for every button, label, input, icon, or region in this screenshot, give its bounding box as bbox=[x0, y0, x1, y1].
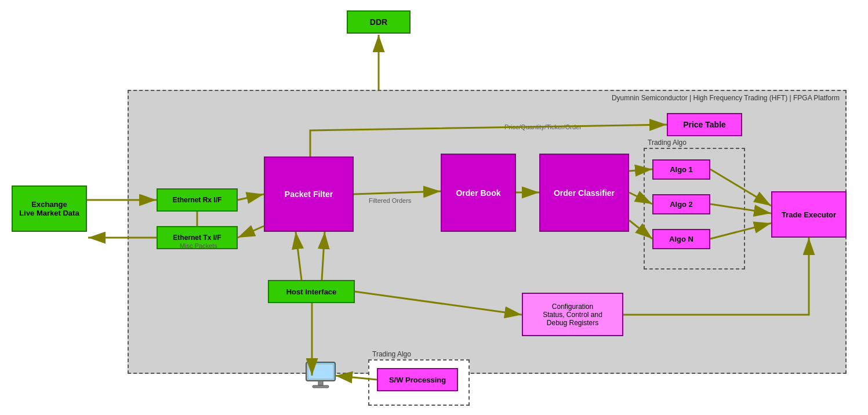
svg-rect-2 bbox=[318, 381, 323, 385]
price-table-box: Price Table bbox=[667, 113, 742, 136]
host-interface-box: Host Interface bbox=[268, 280, 355, 303]
packet-filter-box: Packet Filter bbox=[264, 156, 354, 232]
trade-executor-label: Trade Executor bbox=[782, 210, 836, 219]
trading-algo-outer-label: Trading Algo bbox=[372, 350, 411, 358]
trading-algo-inner-label: Trading Algo bbox=[648, 139, 687, 147]
packet-filter-label: Packet Filter bbox=[285, 190, 333, 199]
diagram-container: DDR Dyumnin Semiconductor | High Frequen… bbox=[0, 0, 868, 415]
algo2-label: Algo 2 bbox=[670, 200, 693, 209]
ddr-box: DDR bbox=[347, 10, 411, 34]
config-status-label: ConfigurationStatus, Control andDebug Re… bbox=[543, 303, 602, 327]
eth-tx-label: Ethernet Tx I/F bbox=[173, 234, 221, 242]
sw-processing-box: S/W Processing bbox=[377, 368, 458, 391]
config-status-box: ConfigurationStatus, Control andDebug Re… bbox=[522, 293, 623, 336]
eth-rx-box: Ethernet Rx I/F bbox=[157, 188, 238, 212]
fpga-label: Dyumnin Semiconductor | High Frequency T… bbox=[612, 94, 840, 102]
algo1-label: Algo 1 bbox=[670, 165, 693, 174]
svg-rect-1 bbox=[308, 364, 333, 379]
misc-packets-label: Misc Packets bbox=[180, 242, 217, 249]
host-interface-label: Host Interface bbox=[286, 287, 337, 296]
algo1-box: Algo 1 bbox=[652, 159, 710, 180]
price-qty-label: Price/Quantity/Ticker/Order bbox=[504, 123, 582, 130]
exchange-box: ExchangeLive Market Data bbox=[12, 185, 87, 232]
algon-label: Algo N bbox=[669, 235, 693, 243]
computer-icon bbox=[300, 358, 341, 393]
trade-executor-box: Trade Executor bbox=[771, 191, 847, 238]
price-table-label: Price Table bbox=[683, 120, 726, 129]
algon-box: Algo N bbox=[652, 229, 710, 249]
eth-rx-label: Ethernet Rx I/F bbox=[173, 196, 222, 204]
svg-rect-3 bbox=[313, 385, 329, 388]
exchange-label: ExchangeLive Market Data bbox=[19, 200, 79, 217]
sw-processing-label: S/W Processing bbox=[389, 376, 446, 384]
computer-svg bbox=[303, 361, 338, 390]
order-classifier-box: Order Classifier bbox=[539, 154, 629, 232]
algo2-box: Algo 2 bbox=[652, 194, 710, 214]
filtered-orders-label: Filtered Orders bbox=[369, 197, 411, 204]
order-classifier-label: Order Classifier bbox=[554, 188, 615, 198]
order-book-box: Order Book bbox=[441, 154, 516, 232]
ddr-label: DDR bbox=[370, 17, 387, 27]
order-book-label: Order Book bbox=[456, 188, 500, 198]
